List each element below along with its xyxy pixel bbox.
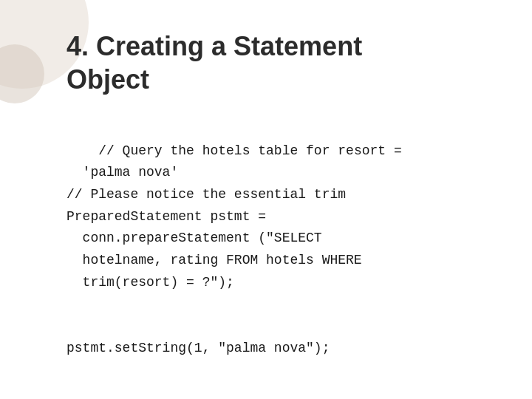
code-block: // Query the hotels table for resort = '… xyxy=(66,118,473,382)
title-line2: Object xyxy=(66,64,149,95)
code-line-1: PreparedStatement pstmt = xyxy=(66,209,266,224)
title-line1: 4. Creating a Statement xyxy=(66,31,362,61)
code-line-5: pstmt.setString(1, "palma nova"); xyxy=(66,341,330,355)
code-line-3: hotelname, rating FROM hotels WHERE xyxy=(66,253,362,267)
code-line-4: trim(resort) = ?"); xyxy=(66,275,234,290)
code-comment-1: // Query the hotels table for resort = xyxy=(98,143,401,158)
code-string-1: 'palma nova' xyxy=(66,165,178,180)
code-line-2: conn.prepareStatement ("SELECT xyxy=(66,231,322,245)
code-comment-2: // Please notice the essential trim xyxy=(66,187,346,202)
main-content: 4. Creating a Statement Object // Query … xyxy=(0,0,532,399)
slide-title: 4. Creating a Statement Object xyxy=(66,30,473,96)
